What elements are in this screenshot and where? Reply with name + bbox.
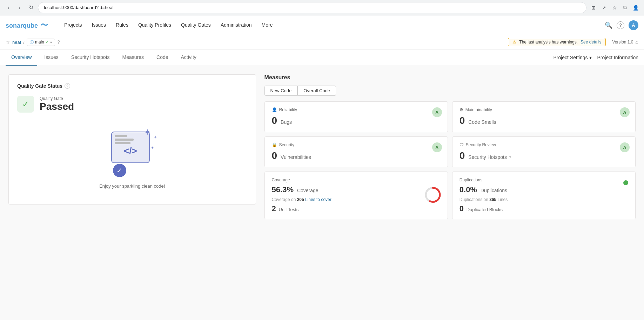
warning-icon: ⚠ <box>512 40 516 45</box>
maintainability-category: ⚙ Maintainability <box>459 107 628 112</box>
reliability-label: Reliability <box>279 107 297 112</box>
code-toggle: New Code Overall Code <box>264 86 636 96</box>
cast-icon[interactable]: ⊞ <box>589 4 598 12</box>
maintainability-card: ⚙ Maintainability 0 Code Smells A <box>452 101 636 132</box>
breadcrumb-project[interactable]: heat <box>12 40 21 45</box>
maintainability-grade: A <box>620 107 630 117</box>
quality-gate-title: Quality Gate Status ? <box>17 83 247 89</box>
tab-activity[interactable]: Activity <box>175 49 202 66</box>
clean-code-message: Enjoy your sparkling clean code! <box>99 183 165 189</box>
quality-gate-help-icon[interactable]: ? <box>65 83 70 89</box>
security-review-grade: A <box>620 142 630 152</box>
nav-administration[interactable]: Administration <box>216 15 257 35</box>
window-icon[interactable]: ⧉ <box>621 4 629 12</box>
branch-chevron-icon: ▾ <box>50 40 52 44</box>
measures-grid: 👤 Reliability 0 Bugs A ⚙ Maintainability… <box>264 101 636 219</box>
nav-quality-profiles[interactable]: Quality Profiles <box>133 15 176 35</box>
reliability-grade: A <box>432 107 442 117</box>
branch-info-icon: ⓘ <box>30 40 34 45</box>
new-code-button[interactable]: New Code <box>264 86 298 96</box>
nav-issues[interactable]: Issues <box>87 15 111 35</box>
security-label: Security <box>279 142 294 147</box>
duplications-dot <box>623 180 628 185</box>
duplicated-blocks-count: 0 <box>459 204 464 213</box>
share-icon[interactable]: ↗ <box>600 4 608 12</box>
coverage-sub-suffix: Lines to cover <box>304 197 331 202</box>
forward-button[interactable]: › <box>15 4 24 12</box>
header-right: 🔍 ? A <box>605 20 638 30</box>
code-bracket-icon: </> <box>124 146 137 156</box>
main-content: Quality Gate Status ? ✓ Quality Gate Pas… <box>0 66 644 320</box>
maintainability-label: Maintainability <box>465 107 492 112</box>
donut-svg <box>424 186 442 204</box>
duplications-card: Duplications 0.0% Duplications Duplicati… <box>452 172 636 219</box>
reliability-card: 👤 Reliability 0 Bugs A <box>264 101 448 132</box>
reload-button[interactable]: ↻ <box>27 4 35 12</box>
breadcrumb-bar: ☆ heat / ⓘ main ✓ ▾ ? ⚠ The last analysi… <box>0 35 644 49</box>
logo-wave: 〜 <box>40 21 48 29</box>
tab-code[interactable]: Code <box>151 49 174 66</box>
coverage-label: Coverage <box>272 177 290 182</box>
help-button[interactable]: ? <box>617 21 624 29</box>
coverage-donut <box>424 186 442 205</box>
security-review-help-icon[interactable]: ? <box>509 155 511 160</box>
duplications-sub: Duplications on 365 Lines <box>459 197 628 202</box>
quality-gate-title-text: Quality Gate Status <box>17 83 62 89</box>
app-header: sonarqube 〜 Projects Issues Rules Qualit… <box>0 15 644 35</box>
logo-main: sonar <box>6 22 23 29</box>
nav-quality-gates[interactable]: Quality Gates <box>176 15 216 35</box>
unit-tests-count: 2 <box>272 204 276 213</box>
user-avatar[interactable]: A <box>629 20 638 30</box>
warning-banner: ⚠ The last analysis has warnings. See de… <box>508 38 606 46</box>
reliability-metric-label: Bugs <box>281 119 292 125</box>
security-metric-label: Vulnerabilities <box>281 154 311 160</box>
quality-gate-icon: ✓ <box>17 96 34 113</box>
branch-check-icon: ✓ <box>46 40 49 45</box>
project-settings-label: Project Settings <box>553 55 588 60</box>
tab-security-hotspots[interactable]: Security Hotspots <box>66 49 115 66</box>
tab-right: Project Settings ▾ Project Information <box>553 50 638 65</box>
tab-issues[interactable]: Issues <box>39 49 64 66</box>
favorite-icon[interactable]: ☆ <box>6 39 10 45</box>
breadcrumb-help-icon[interactable]: ? <box>57 39 60 45</box>
nav-more[interactable]: More <box>257 15 278 35</box>
profile-icon[interactable]: 👤 <box>631 4 640 12</box>
project-settings-chevron: ▾ <box>589 55 592 60</box>
address-bar[interactable]: localhost:9000/dashboard?id=heat <box>38 2 586 13</box>
search-button[interactable]: 🔍 <box>605 21 612 29</box>
tab-overview[interactable]: Overview <box>6 49 37 66</box>
project-information-button[interactable]: Project Information <box>597 50 639 65</box>
coverage-card: Coverage 56.3% Coverage Coverage on 205 … <box>264 172 448 219</box>
dup-sub-prefix: Duplications on <box>459 197 489 202</box>
nav-projects[interactable]: Projects <box>59 15 87 35</box>
unit-tests-label: Unit Tests <box>279 207 298 212</box>
tab-measures[interactable]: Measures <box>117 49 149 66</box>
security-count: 0 <box>272 150 277 161</box>
coverage-sub-prefix: Coverage on <box>272 197 297 202</box>
clean-code-illustration: </> ✦ ✦ ✦ ✓ Enjoy your sparkling clean c… <box>17 121 247 196</box>
duplications-count: 0.0% <box>459 185 477 194</box>
sparkle-icon-2: ✦ <box>153 134 157 140</box>
url-text: localhost:9000/dashboard?id=heat <box>44 5 114 10</box>
coverage-lines-count: 205 <box>297 197 304 202</box>
home-icon[interactable]: ⌂ <box>636 39 638 45</box>
logo: sonarqube 〜 <box>6 20 48 31</box>
lines-to-cover-link[interactable]: Lines to cover <box>305 197 331 202</box>
back-button[interactable]: ‹ <box>4 4 13 12</box>
security-review-label: Security Review <box>466 142 496 147</box>
sparkle-icon-1: ✦ <box>144 128 150 137</box>
logo-text: sonarqube 〜 <box>6 20 48 31</box>
branch-selector[interactable]: ⓘ main ✓ ▾ <box>27 39 55 46</box>
window-bars <box>115 135 146 144</box>
warning-link[interactable]: See details <box>581 40 601 45</box>
duplications-label: Duplications <box>459 177 482 182</box>
bookmark-icon[interactable]: ☆ <box>610 4 619 12</box>
measures-panel: Measures New Code Overall Code 👤 Reliabi… <box>264 74 636 219</box>
security-review-metric-label: Security Hotspots <box>468 154 507 160</box>
project-settings-button[interactable]: Project Settings ▾ <box>553 50 591 65</box>
duplications-category: Duplications <box>459 177 628 182</box>
security-review-card: 🛡 Security Review 0 Security Hotspots ? … <box>452 136 636 167</box>
branch-name: main <box>35 40 44 45</box>
overall-code-button[interactable]: Overall Code <box>297 86 336 96</box>
nav-rules[interactable]: Rules <box>111 15 133 35</box>
